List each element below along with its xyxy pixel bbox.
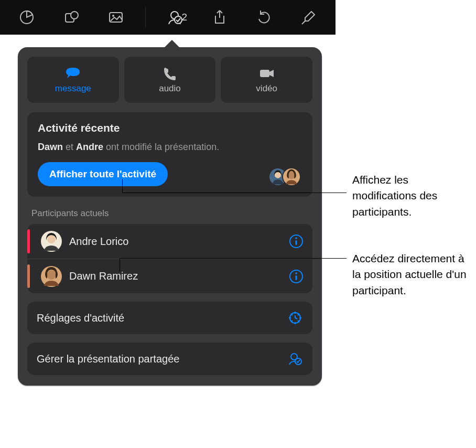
collaboration-popover: message audio vidéo Activité récente Daw… <box>18 47 322 386</box>
message-button[interactable]: message <box>27 57 119 103</box>
message-label: message <box>55 83 91 94</box>
show-all-activity-button[interactable]: Afficher toute l'activité <box>38 162 168 186</box>
svg-point-18 <box>47 270 56 280</box>
toolbar-share[interactable] <box>204 5 235 29</box>
callout-participant: Accédez directement à la position actuel… <box>352 251 471 298</box>
avatar-small <box>282 167 301 186</box>
app-toolbar: 2 <box>0 0 336 35</box>
activity-summary: Dawn et Andre ont modifié la présentatio… <box>38 142 302 153</box>
callout-activity: Affichez les modifications des participa… <box>352 172 471 220</box>
paintbrush-icon <box>300 8 318 26</box>
collab-count: 2 <box>182 12 188 23</box>
audio-label: audio <box>159 83 181 94</box>
recent-activity-card: Activité récente Dawn et Andre ont modif… <box>27 112 312 197</box>
presence-indicator <box>27 229 30 253</box>
activity-title: Activité récente <box>38 122 302 134</box>
participant-name: Dawn Ramirez <box>69 270 288 282</box>
avatar <box>41 231 62 252</box>
presence-indicator <box>27 264 30 288</box>
pie-chart-icon <box>18 8 36 26</box>
svg-point-6 <box>175 16 182 24</box>
video-icon <box>258 66 276 81</box>
video-label: vidéo <box>256 83 277 94</box>
svg-point-4 <box>112 15 114 17</box>
info-icon[interactable] <box>288 269 304 284</box>
toolbar-separator <box>145 7 146 28</box>
manage-shared-label: Gérer la présentation partagée <box>37 353 287 365</box>
participant-name: Andre Lorico <box>69 236 288 248</box>
svg-point-13 <box>47 235 56 243</box>
manage-shared-row[interactable]: Gérer la présentation partagée <box>27 343 312 375</box>
collaborate-icon <box>166 8 183 26</box>
undo-icon <box>255 8 273 26</box>
participants-heading: Participants actuels <box>31 208 310 219</box>
share-icon <box>211 8 229 26</box>
toolbar-format[interactable] <box>293 5 324 29</box>
info-icon[interactable] <box>288 233 304 249</box>
participant-row[interactable]: Andre Lorico <box>27 224 312 259</box>
activity-settings-label: Réglages d'activité <box>37 312 287 324</box>
svg-point-15 <box>295 237 297 239</box>
svg-point-20 <box>295 272 297 274</box>
message-icon <box>64 66 82 81</box>
activity-avatars <box>274 167 301 186</box>
participants-list: Andre Lorico Dawn Ramirez <box>27 224 312 293</box>
phone-icon <box>161 66 179 81</box>
photo-icon <box>107 8 125 26</box>
svg-point-2 <box>71 12 78 19</box>
activity-settings-row[interactable]: Réglages d'activité <box>27 302 312 334</box>
callout-line <box>122 193 347 193</box>
toolbar-undo[interactable] <box>248 5 280 29</box>
activity-name1: Dawn <box>38 142 63 152</box>
activity-name2: Andre <box>76 142 103 152</box>
callout-line <box>122 179 123 193</box>
callout-line <box>120 258 120 272</box>
toolbar-collaborate[interactable]: 2 <box>159 5 190 29</box>
toolbar-charts[interactable] <box>11 5 42 29</box>
callout-line <box>120 258 347 259</box>
svg-rect-16 <box>296 240 297 245</box>
collaborate-small-icon <box>287 351 303 367</box>
shapes-icon <box>62 8 80 26</box>
participant-row[interactable]: Dawn Ramirez <box>27 259 312 293</box>
video-button[interactable]: vidéo <box>221 57 312 103</box>
gear-clock-icon <box>287 310 303 326</box>
toolbar-shapes[interactable] <box>56 5 87 29</box>
audio-button[interactable]: audio <box>124 57 216 103</box>
canvas-right <box>336 0 476 448</box>
svg-rect-7 <box>260 70 269 77</box>
svg-rect-21 <box>296 275 297 280</box>
toolbar-media[interactable] <box>100 5 132 29</box>
avatar <box>41 266 62 287</box>
